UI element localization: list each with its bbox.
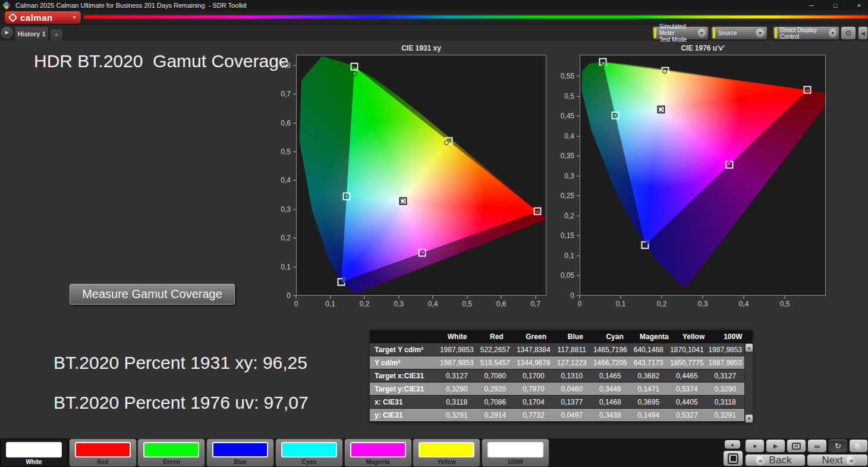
brand-bar: calman ▼ [0,10,868,25]
pattern-frame-button[interactable]: H [787,439,806,453]
pattern-swatch-magenta[interactable]: Magenta [344,438,412,467]
table-cell: 0,1465 [591,372,630,380]
back-button[interactable]: « Back [745,454,806,466]
column-header-cyan: Cyan [595,333,634,341]
y-axis-tick-label: 0,15 [548,231,574,240]
status-led-button[interactable] [849,439,868,453]
row-label: y: CIE31 [370,411,438,419]
blue-measured-marker [646,239,650,244]
display-control-dropdown[interactable]: Direct Display Control ▼ [773,26,839,40]
x-axis-tick [743,296,744,299]
calman-menu-button[interactable]: calman ▼ [5,11,81,24]
pattern-bar: WhiteRedGreenBlueCyanMagentaYellow100W ▲… [0,438,868,467]
row-label: x: CIE31 [370,398,438,406]
y-axis-tick [293,65,296,65]
x-axis-tick [703,296,703,299]
table-cell: 640,1468 [630,346,668,354]
y-axis-tick [577,175,580,176]
x-axis-tick-label: 0,2 [657,300,667,308]
settings-button[interactable]: ⚙ [841,26,856,40]
table-cell: 0,3290 [438,385,476,393]
table-cell: 0,3291 [438,411,476,419]
y-axis-tick [577,215,580,216]
measure-gamut-coverage-button[interactable]: Measure Gamut Coverage [70,284,235,305]
table-cell: 0,2914 [476,411,515,419]
table-cell: 1987,9853 [706,346,745,354]
display-control-label: Direct Display Control [780,27,829,40]
swatch-label: 100W [482,459,549,465]
table-cell: 0,2920 [476,385,515,393]
scroll-up-button[interactable]: ▲ [746,344,753,352]
eject-button[interactable]: ▲ [724,440,741,449]
cie-1931-xy-chart: CIE 1931 xy 00,10,20,30,40,50,60,700,10,… [296,55,546,296]
collapse-panel-button[interactable]: ◀ [858,26,868,40]
red-measured-marker [806,88,810,93]
continuous-measure-button[interactable]: ∞ [807,439,827,453]
play-button[interactable]: ▶ [766,439,785,453]
x-axis-tick-label: 0,5 [462,300,472,308]
next-button[interactable]: Next » [807,454,868,466]
pattern-window-button[interactable] [723,450,743,466]
x-axis-tick-label: 0 [294,300,298,308]
pattern-swatch-100w[interactable]: 100W [482,438,549,467]
chevron-left-badge-icon: « [756,455,766,465]
table-cell: 0,1700 [514,372,553,380]
pattern-swatch-cyan[interactable]: Cyan [275,438,343,467]
table-scrollbar[interactable]: ▲ ▼ [744,343,753,423]
table-cell: 0,3446 [591,385,630,393]
y-axis-tick-label: 0 [548,292,574,300]
circle-led-icon [854,442,863,450]
y-axis-tick [577,255,580,256]
stop-button[interactable]: ■ [745,439,765,453]
x-axis-tick-label: 0,1 [616,300,626,308]
x-axis-tick-label: 0,3 [698,300,708,308]
swatch-color-chip [75,442,131,457]
close-button[interactable]: × [854,2,864,9]
magenta-measured-marker [727,161,731,166]
workspace-nav-button[interactable]: ▶ [1,27,12,38]
source-dropdown[interactable]: Source ▼ [711,26,768,40]
add-tab-button[interactable]: + [50,29,63,40]
column-header-100w: 100W [713,333,753,341]
swatch-color-chip [419,442,474,457]
y-axis-tick-label: 0,1 [265,263,291,271]
cyan-measured-marker [613,113,618,118]
x-axis-tick [580,296,580,299]
y-axis-tick-label: 0,35 [548,152,574,160]
scroll-down-button[interactable]: ▼ [746,415,753,422]
gear-icon: ⚙ [845,29,852,37]
y-axis-tick [293,180,296,181]
table-cell: 0,3438 [591,411,630,419]
pattern-swatch-red[interactable]: Red [69,438,137,467]
square-in-frame-icon [728,453,738,464]
table-row: Target x:CIE310,31270,70800,17000,13100,… [370,369,744,382]
swatch-color-chip [488,442,543,457]
pattern-swatch-green[interactable]: Green [137,438,205,467]
column-header-magenta: Magenta [634,333,674,341]
x-axis-tick [330,296,331,299]
y-axis-tick [577,275,580,276]
play-icon: ▶ [773,443,778,449]
pattern-swatch-blue[interactable]: Blue [206,438,274,467]
y-axis-tick-label: 0,1 [548,252,574,260]
y-axis-tick-label: 0,25 [548,192,574,200]
x-axis-tick [364,296,365,299]
chevron-down-icon: ▼ [756,29,765,37]
green-measured-marker [353,71,357,76]
y-axis-tick-label: 0,7 [265,90,291,98]
minimize-button[interactable]: ─ [806,2,817,9]
table-cell: 0,7086 [476,398,515,406]
y-axis-tick-label: 0,8 [265,61,291,70]
table-cell: 1987,9853 [438,359,476,367]
maximize-button[interactable]: □ [830,2,841,9]
back-label: Back [769,455,792,466]
column-header-red: Red [477,333,516,341]
pattern-swatch-yellow[interactable]: Yellow [413,438,480,467]
pattern-swatch-white[interactable]: White [0,438,68,467]
chevron-right-badge-icon: » [846,455,856,465]
table-cell: 1870,1041 [668,346,706,354]
loop-button[interactable]: ↻ [828,439,848,453]
table-row: x: CIE310,31180,70860,17040,13770,14680,… [370,396,744,408]
tab-history-1[interactable]: History 1 [14,26,49,40]
meter-dropdown[interactable]: Simulated Meter Test Mode ▼ [652,26,709,40]
